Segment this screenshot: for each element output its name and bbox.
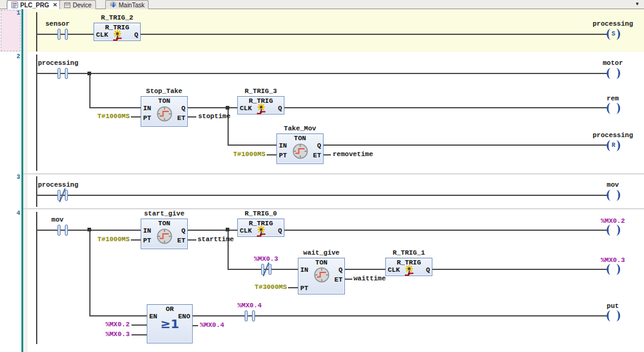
- et-variable[interactable]: waittime: [353, 275, 390, 282]
- ton-block-stop-take[interactable]: TON IN PT Q ET: [141, 96, 188, 127]
- reset-coil-processing[interactable]: R: [606, 140, 621, 151]
- coil-rem[interactable]: [606, 103, 621, 114]
- or-block[interactable]: OR EN ENO ≥1: [147, 304, 193, 343]
- negated-contact-mx0-3[interactable]: [261, 264, 272, 275]
- network-3-number[interactable]: 3: [0, 174, 20, 181]
- coil-mov[interactable]: [606, 190, 621, 201]
- or-output[interactable]: %MX0.4: [200, 321, 234, 329]
- pin-clk: CLK: [388, 266, 400, 274]
- block-instance-name[interactable]: start_give: [141, 210, 188, 217]
- rtrig-block-r-trig-1[interactable]: R_TRIG CLK Q: [385, 258, 432, 276]
- contact-bar: [268, 264, 272, 275]
- coil-motor[interactable]: [606, 68, 621, 79]
- time-literal[interactable]: T#1000MS: [97, 113, 130, 120]
- contact-label[interactable]: processing: [38, 59, 77, 67]
- coil-mx0-2[interactable]: [606, 225, 621, 236]
- rising-edge-icon: [256, 103, 267, 114]
- rtrig-block-r-trig-0[interactable]: R_TRIG CLK Q: [237, 219, 284, 237]
- contact-label[interactable]: sensor: [38, 20, 77, 28]
- coil-arc: [612, 68, 620, 79]
- coil-label[interactable]: processing: [582, 132, 643, 139]
- pin-q: Q: [278, 105, 282, 112]
- contact-label[interactable]: %MX0.3: [245, 255, 287, 263]
- tab-close-icon[interactable]: ✕: [53, 2, 57, 8]
- ton-block-take-mov[interactable]: TON IN PT Q ET: [276, 133, 324, 164]
- coil-mx0-3[interactable]: [606, 264, 621, 275]
- pin-in: IN: [143, 105, 151, 112]
- block-instance-name[interactable]: R_TRIG_0: [237, 210, 284, 217]
- coil-arc: [612, 140, 620, 151]
- coil-label[interactable]: motor: [582, 59, 643, 67]
- wire: [131, 324, 147, 326]
- or-input-1[interactable]: %MX0.2: [97, 321, 130, 328]
- et-variable[interactable]: removetime: [333, 151, 379, 158]
- contact-mov[interactable]: [57, 225, 68, 236]
- contact-processing[interactable]: [57, 68, 68, 79]
- tab-label: Device: [73, 2, 92, 9]
- time-literal[interactable]: T#3000MS: [254, 283, 287, 291]
- tab-maintask[interactable]: MainTask: [105, 0, 149, 9]
- network-1-number[interactable]: 1: [0, 10, 20, 17]
- ton-block-wait-give[interactable]: TON IN PT Q ET: [298, 258, 345, 294]
- et-variable[interactable]: stoptime: [198, 113, 237, 120]
- gutter-strip: [23, 9, 28, 352]
- contact-bar: [65, 29, 68, 40]
- tab-device[interactable]: Device: [59, 0, 96, 9]
- contact-bar: [65, 68, 68, 79]
- coil-arc: [612, 225, 620, 236]
- time-literal[interactable]: T#1000MS: [232, 151, 265, 158]
- pin-pt: PT: [143, 237, 151, 244]
- et-variable[interactable]: starttime: [198, 236, 237, 243]
- pin-in: IN: [279, 142, 287, 149]
- wire: [345, 279, 352, 280]
- coil-arc: [612, 29, 620, 40]
- contact-bar: [57, 68, 61, 79]
- contact-bar: [245, 310, 248, 321]
- wire: [228, 144, 276, 146]
- coil-label[interactable]: processing: [582, 20, 643, 28]
- coil-label[interactable]: put: [582, 302, 643, 310]
- ton-block-start-give[interactable]: TON IN PT Q ET: [141, 219, 188, 249]
- block-instance-name[interactable]: R_TRIG_3: [237, 88, 284, 95]
- rtrig-block-r-trig-3[interactable]: R_TRIG CLK Q: [237, 96, 284, 114]
- pin-q: Q: [426, 266, 430, 274]
- wire: [188, 116, 196, 118]
- block-instance-name[interactable]: Take_Mov: [276, 125, 324, 132]
- timer-clock-icon: [292, 143, 308, 159]
- coil-label[interactable]: %MX0.2: [582, 217, 643, 225]
- coil-label[interactable]: %MX0.3: [582, 257, 643, 264]
- coil-label[interactable]: mov: [582, 181, 643, 189]
- contact-label[interactable]: mov: [38, 216, 77, 223]
- pin-et: ET: [177, 114, 185, 122]
- time-literal[interactable]: T#1000MS: [97, 236, 130, 243]
- wire: [131, 116, 141, 118]
- block-instance-name[interactable]: R_TRIG_1: [385, 249, 432, 257]
- contact-label[interactable]: %MX0.4: [228, 302, 271, 309]
- wire: [37, 230, 607, 231]
- pin-q: Q: [278, 227, 282, 234]
- coil-put[interactable]: [606, 310, 621, 321]
- pin-clk: CLK: [240, 105, 252, 112]
- block-instance-name[interactable]: R_TRIG_2: [94, 14, 141, 21]
- negated-contact-processing[interactable]: [57, 190, 68, 201]
- block-instance-name[interactable]: Stop_Take: [141, 88, 188, 95]
- task-icon: [109, 1, 117, 9]
- rtrig-block-r-trig-2[interactable]: R_TRIG CLK Q: [94, 23, 141, 41]
- wire: [89, 107, 141, 108]
- wire: [37, 195, 607, 196]
- pin-pt: PT: [279, 152, 287, 159]
- coil-arc: [612, 103, 620, 114]
- contact-sensor[interactable]: [57, 29, 68, 40]
- set-coil-processing[interactable]: S: [606, 29, 621, 40]
- or-input-2[interactable]: %MX0.3: [97, 331, 130, 338]
- wire: [89, 230, 91, 316]
- network-separator: [23, 173, 644, 174]
- contact-mx0-4[interactable]: [245, 310, 255, 321]
- tab-plc-prg[interactable]: PLC_PRG ✕: [7, 0, 62, 9]
- network-4-number[interactable]: 4: [0, 210, 20, 217]
- contact-label[interactable]: processing: [38, 181, 77, 189]
- coil-label[interactable]: rem: [582, 95, 643, 102]
- network-2-number[interactable]: 2: [0, 53, 20, 60]
- tab-overflow-button[interactable]: ▼: [635, 1, 640, 7]
- block-instance-name[interactable]: wait_give: [298, 249, 345, 257]
